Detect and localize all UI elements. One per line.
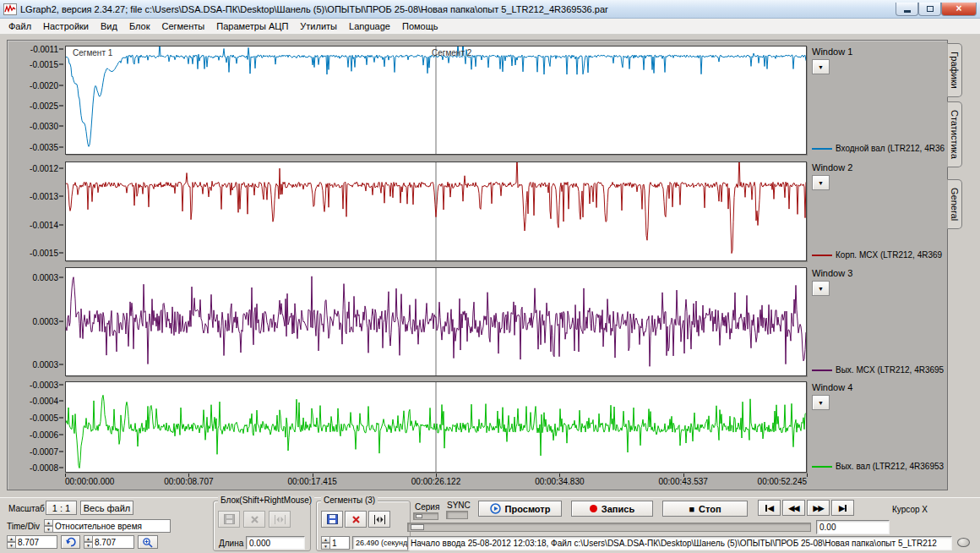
block-groupbox: Блок(Shift+RightMouse) Длина 0.000 bbox=[213, 501, 311, 551]
bar-icon bbox=[765, 505, 767, 512]
nav-forward-button[interactable]: ▶▶ bbox=[807, 500, 830, 516]
close-button[interactable]: × bbox=[941, 3, 977, 16]
maximize-button[interactable] bbox=[918, 3, 941, 16]
menu-block[interactable]: Блок bbox=[123, 19, 156, 33]
time-value-b[interactable]: 8.707 bbox=[93, 535, 134, 549]
sync-label: SYNC bbox=[447, 501, 471, 510]
block-expand-button[interactable] bbox=[269, 511, 291, 528]
waveform-window4 bbox=[66, 382, 806, 472]
waveform-window3 bbox=[66, 268, 806, 375]
lgraph2-window: LGraph2, версия 2.34.27; file c:\Users\D… bbox=[0, 0, 980, 553]
x-tick-label: 00:00:52.245 bbox=[758, 477, 807, 486]
minimize-icon bbox=[904, 10, 911, 13]
undo-zoom-button[interactable] bbox=[61, 535, 80, 549]
segment-index-spinner[interactable]: ▲▼ 1 bbox=[321, 536, 350, 550]
preview-label: Просмотр bbox=[505, 504, 551, 514]
bar-icon bbox=[845, 505, 847, 512]
zoom-button[interactable] bbox=[138, 535, 158, 549]
spinner-arrows[interactable]: ▲▼ bbox=[7, 535, 16, 549]
spin-up-icon[interactable]: ▲ bbox=[44, 519, 53, 526]
legend-line-icon bbox=[812, 255, 832, 256]
chart-row-window3: 0.00030.00030.0003 bbox=[8, 267, 947, 376]
series-indicator[interactable] bbox=[413, 512, 438, 520]
time-mode-control[interactable]: ▲▼ Относительное время bbox=[44, 519, 171, 533]
control-panel: Масштаб X 1 : 1 Весь файл Time/Div ▲▼ От… bbox=[0, 497, 980, 553]
tab-statistics[interactable]: Статистика bbox=[947, 101, 962, 167]
segment-index-value[interactable]: 1 bbox=[330, 536, 350, 550]
spin-up-icon[interactable]: ▲ bbox=[7, 535, 16, 542]
time-value-b-spinner[interactable]: ▲▼ 8.707 bbox=[84, 535, 134, 549]
tab-graphs[interactable]: Графики bbox=[947, 43, 962, 97]
slider-thumb[interactable] bbox=[411, 524, 424, 530]
legend-label: Корп. MCX (LTR212, 4R369 bbox=[836, 250, 942, 260]
time-mode-value[interactable]: Относительное время bbox=[53, 519, 171, 533]
menu-file[interactable]: Файл bbox=[3, 19, 37, 33]
close-icon: × bbox=[956, 4, 961, 13]
x-tick-label: 00:00:43.537 bbox=[658, 477, 707, 486]
window2-dropdown-button[interactable]: ▼ bbox=[812, 175, 830, 190]
menu-utilities[interactable]: Утилиты bbox=[294, 19, 343, 33]
menu-adc-params[interactable]: Параметры АЦП bbox=[210, 19, 294, 33]
y-tick-label: -0.0020 bbox=[30, 80, 63, 90]
chart-window3[interactable] bbox=[65, 267, 807, 376]
segments-delete-button[interactable] bbox=[345, 511, 367, 528]
menu-settings[interactable]: Настройки bbox=[37, 19, 95, 33]
y-axis-window3: 0.00030.00030.0003 bbox=[8, 267, 63, 376]
series-indicator-thumb[interactable] bbox=[416, 514, 422, 518]
time-value-a-spinner[interactable]: ▲▼ 8.707 bbox=[7, 535, 57, 549]
chart-window4[interactable] bbox=[65, 381, 807, 473]
chart-window2[interactable] bbox=[65, 162, 807, 261]
segment2-label: Сегмент 2 bbox=[432, 48, 471, 57]
nav-rewind-button[interactable]: ◀◀ bbox=[782, 500, 805, 516]
spin-down-icon[interactable]: ▼ bbox=[84, 542, 93, 549]
segments-save-button[interactable] bbox=[321, 511, 343, 528]
block-save-button[interactable] bbox=[218, 511, 240, 528]
tab-general[interactable]: General bbox=[947, 179, 962, 229]
time-value-a[interactable]: 8.707 bbox=[16, 535, 57, 549]
spin-up-icon[interactable]: ▲ bbox=[84, 535, 93, 542]
window-buttons: × bbox=[896, 3, 977, 16]
whole-file-button[interactable]: Весь файл bbox=[80, 501, 133, 515]
y-tick-label: -0.0030 bbox=[30, 122, 63, 131]
menu-language[interactable]: Language bbox=[343, 19, 396, 33]
preview-button[interactable]: Просмотр bbox=[478, 501, 562, 517]
segment-length-field[interactable]: 26.490 (секунды bbox=[352, 536, 408, 550]
x-tick-label: 00:00:26.122 bbox=[411, 477, 460, 486]
spinner-arrows[interactable]: ▲▼ bbox=[321, 536, 330, 550]
menu-segments[interactable]: Сегменты bbox=[155, 19, 210, 33]
y-axis-window2: -0.0012-0.0013-0.0014-0.0015 bbox=[8, 162, 63, 261]
maximize-icon bbox=[927, 6, 934, 12]
nav-last-button[interactable]: ▶ bbox=[831, 500, 854, 516]
nav-first-button[interactable]: ◀ bbox=[758, 500, 781, 516]
x-axis: 00:00:00.00000:00:08.70700:00:17.41500:0… bbox=[65, 474, 807, 488]
segments-group-title: Сегменты (3) bbox=[321, 496, 378, 505]
minimize-button[interactable] bbox=[896, 3, 918, 16]
legend-label: Вых. MCX (LTR212, 4R3695 bbox=[836, 365, 944, 375]
spinner-arrows[interactable]: ▲▼ bbox=[84, 535, 93, 549]
spin-down-icon[interactable]: ▼ bbox=[44, 526, 53, 533]
block-delete-button[interactable] bbox=[243, 511, 265, 528]
menu-help[interactable]: Помощь bbox=[396, 19, 444, 33]
x-tick-label: 00:00:34.830 bbox=[535, 477, 584, 486]
menu-view[interactable]: Вид bbox=[95, 19, 123, 33]
block-group-title: Блок(Shift+RightMouse) bbox=[218, 496, 314, 505]
cursor-x-field[interactable]: 0.00 bbox=[816, 520, 890, 534]
spin-down-icon[interactable]: ▼ bbox=[7, 542, 16, 549]
chart-row-window1: -0.0011-0.0015-0.0020-0.0025-0.0030-0.00… bbox=[8, 46, 947, 155]
position-slider[interactable] bbox=[407, 523, 811, 532]
stop-button[interactable]: ■ Стоп bbox=[662, 501, 748, 517]
record-button[interactable]: Запись bbox=[571, 501, 653, 517]
segments-expand-button[interactable] bbox=[368, 511, 390, 528]
window4-dropdown-button[interactable]: ▼ bbox=[812, 395, 830, 410]
y-tick-label: 0.0003 bbox=[32, 316, 63, 326]
spin-down-icon[interactable]: ▼ bbox=[321, 543, 330, 550]
one-to-one-button[interactable]: 1 : 1 bbox=[46, 501, 77, 515]
length-field[interactable]: 0.000 bbox=[246, 536, 305, 550]
spin-up-icon[interactable]: ▲ bbox=[321, 536, 330, 543]
window3-dropdown-button[interactable]: ▼ bbox=[812, 281, 830, 296]
window1-dropdown-button[interactable]: ▼ bbox=[812, 59, 830, 74]
spinner-arrows[interactable]: ▲▼ bbox=[44, 519, 53, 533]
stop-square-icon: ■ bbox=[689, 505, 694, 513]
chart-window1[interactable]: Сегмент 1 Сегмент 2 bbox=[65, 46, 807, 155]
status-bar: Начало ввода 25-08-2012 12:03:18, Файл c… bbox=[407, 536, 952, 550]
